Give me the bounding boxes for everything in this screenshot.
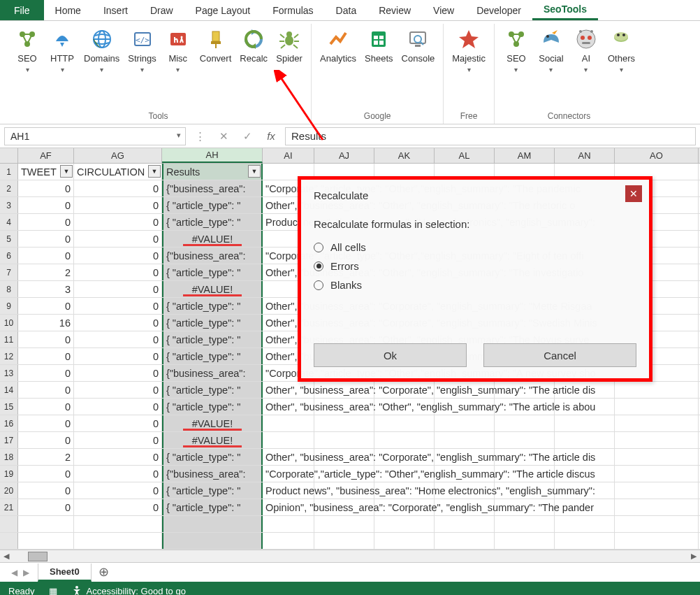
cell-AJ17[interactable] [314, 432, 374, 448]
ribbon-console-button[interactable]: Console [398, 24, 439, 110]
cell-AF4[interactable]: 0 [18, 214, 74, 230]
cell-AF1[interactable]: TWEET▼ [18, 164, 74, 180]
cell-AF11[interactable]: 0 [18, 331, 74, 347]
cancel-icon[interactable]: ✕ [214, 127, 233, 145]
cell-AO18[interactable] [615, 449, 699, 465]
cell-empty[interactable] [162, 516, 263, 532]
cell-AG18[interactable]: 0 [74, 449, 162, 465]
cell-AG17[interactable]: 0 [74, 432, 162, 448]
menu-tab-view[interactable]: View [422, 0, 465, 20]
cell-empty[interactable] [374, 533, 435, 549]
cell-empty[interactable] [18, 516, 74, 532]
cell-AO21[interactable] [615, 499, 699, 515]
menu-tab-formulas[interactable]: Formulas [261, 0, 324, 20]
cell-AF2[interactable]: 0 [18, 180, 74, 196]
row-header[interactable]: 18 [0, 449, 18, 465]
cell-AH5[interactable]: #VALUE! [162, 231, 263, 247]
scroll-left-icon[interactable]: ◀ [0, 552, 13, 561]
row-header[interactable]: 3 [0, 197, 18, 213]
sheet-add-button[interactable]: ⊕ [96, 564, 112, 581]
cell-AI16[interactable] [263, 415, 314, 431]
row-header[interactable]: 15 [0, 399, 18, 415]
cell-empty[interactable] [555, 516, 615, 532]
col-header-AO[interactable]: AO [615, 148, 699, 163]
cell-AF18[interactable]: 2 [18, 449, 74, 465]
dialog-ok-button[interactable]: Ok [314, 343, 467, 367]
cell-AF15[interactable]: 0 [18, 399, 74, 415]
cell-AI20[interactable]: Product news", "business_area": "Home el… [263, 482, 314, 499]
ribbon-misc-button[interactable]: Misc▾ [161, 24, 196, 110]
cell-AJ16[interactable] [314, 415, 374, 431]
cell-empty[interactable] [435, 533, 495, 549]
name-box[interactable]: AH1 [4, 127, 186, 145]
scroll-right-icon[interactable]: ▶ [687, 552, 700, 561]
cell-AG8[interactable]: 0 [74, 281, 162, 297]
cell-AH11[interactable]: { "article_type": " [162, 331, 263, 347]
cell-AH9[interactable]: { "article_type": " [162, 298, 263, 314]
cell-empty[interactable] [555, 533, 615, 549]
cell-AN17[interactable] [555, 432, 615, 448]
row-header[interactable]: 7 [0, 264, 18, 280]
ribbon-seo-button[interactable]: SEO▾ [10, 24, 45, 110]
formula-input[interactable]: Results [285, 127, 696, 145]
cell-empty[interactable] [314, 533, 374, 549]
menu-tab-review[interactable]: Review [367, 0, 422, 20]
enter-icon[interactable]: ✓ [238, 127, 257, 145]
cell-AF6[interactable]: 0 [18, 248, 74, 264]
cell-empty[interactable] [263, 533, 314, 549]
cell-AH17[interactable]: #VALUE! [162, 432, 263, 448]
col-header-AK[interactable]: AK [374, 148, 435, 163]
filter-button[interactable]: ▼ [148, 165, 161, 178]
ribbon-spider-button[interactable]: Spider [272, 24, 307, 110]
row-header[interactable]: 5 [0, 231, 18, 247]
radio-option-errors[interactable]: Errors [314, 260, 636, 272]
horizontal-scrollbar[interactable]: ◀ ▶ [0, 550, 700, 562]
cell-AF9[interactable]: 0 [18, 298, 74, 314]
row-header[interactable]: 9 [0, 298, 18, 314]
row-header[interactable]: 6 [0, 248, 18, 264]
cell-AG4[interactable]: 0 [74, 214, 162, 230]
row-header[interactable]: 12 [0, 348, 18, 364]
cell-empty[interactable] [615, 516, 699, 532]
cell-AH6[interactable]: {"business_area": [162, 248, 263, 264]
cell-AI18[interactable]: Other", "business_area": "Corporate", "e… [263, 449, 314, 465]
ribbon-seo-button[interactable]: SEO▾ [499, 24, 534, 110]
cell-AG6[interactable]: 0 [74, 248, 162, 264]
cell-AG21[interactable]: 0 [74, 499, 162, 515]
ribbon-analytics-button[interactable]: Analytics [316, 24, 360, 110]
ribbon-recalc-button[interactable]: Recalc [235, 24, 272, 110]
cell-AF16[interactable]: 0 [18, 415, 74, 431]
row-header[interactable]: 17 [0, 432, 18, 448]
cell-AG7[interactable]: 0 [74, 264, 162, 280]
col-header-AM[interactable]: AM [495, 148, 555, 163]
sheet-nav[interactable]: ◀▶ [6, 568, 35, 578]
cell-AL16[interactable] [435, 415, 495, 431]
ribbon-ai-button[interactable]: AI▾ [569, 24, 604, 110]
ribbon-http-button[interactable]: HTTP▾ [45, 24, 80, 110]
cell-AH3[interactable]: { "article_type": " [162, 197, 263, 213]
dialog-close-button[interactable]: ✕ [625, 185, 642, 202]
cell-empty[interactable] [74, 516, 162, 532]
cell-AF21[interactable]: 0 [18, 499, 74, 515]
cell-AH21[interactable]: { "article_type": " [162, 499, 263, 515]
cell-AN16[interactable] [555, 415, 615, 431]
cell-empty[interactable] [162, 533, 263, 549]
cell-AI17[interactable] [263, 432, 314, 448]
cell-AG13[interactable]: 0 [74, 365, 162, 381]
ribbon-others-button[interactable]: Others▾ [604, 24, 639, 110]
cell-AG15[interactable]: 0 [74, 399, 162, 415]
cell-AF8[interactable]: 3 [18, 281, 74, 297]
ribbon-social-button[interactable]: Social▾ [534, 24, 569, 110]
cell-AG19[interactable]: 0 [74, 466, 162, 482]
row-header[interactable]: 10 [0, 315, 18, 331]
row-header[interactable]: 4 [0, 214, 18, 230]
row-header[interactable] [0, 516, 18, 532]
row-header[interactable] [0, 533, 18, 549]
cell-AG14[interactable]: 0 [74, 382, 162, 398]
sheet-tab-sheet0[interactable]: Sheet0 [38, 564, 92, 582]
cell-AG5[interactable]: 0 [74, 231, 162, 247]
cell-AM17[interactable] [495, 432, 555, 448]
menu-tab-home[interactable]: Home [44, 0, 92, 20]
cell-AH15[interactable]: { "article_type": " [162, 399, 263, 415]
menu-tab-developer[interactable]: Developer [465, 0, 532, 20]
